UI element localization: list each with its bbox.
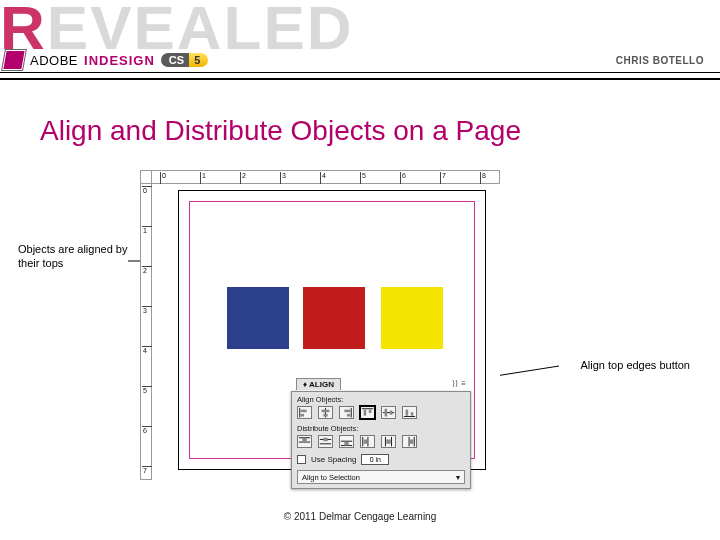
brand-adobe: ADOBE	[30, 53, 78, 68]
red-rectangle[interactable]	[303, 287, 365, 349]
align-left-button[interactable]	[297, 406, 312, 419]
ruler-origin[interactable]	[140, 170, 152, 184]
panel-collapse-icon[interactable]: ⟩⟩	[452, 379, 458, 388]
callout-objects-aligned: Objects are aligned by their tops	[18, 243, 138, 271]
svg-rect-23	[323, 438, 327, 441]
distribute-objects-row	[297, 435, 465, 448]
brand-product: INDESIGN	[84, 53, 155, 68]
svg-rect-1	[301, 410, 307, 413]
distribute-left-button[interactable]	[360, 435, 375, 448]
version-badge: CS 5	[161, 53, 208, 67]
panel-controls: ⟩⟩ ≡	[452, 379, 466, 388]
h-tick-1: 1	[202, 172, 206, 179]
svg-rect-7	[344, 410, 350, 413]
callout-align-top-button: Align top edges button	[581, 359, 690, 373]
indesign-logo-icon	[2, 50, 26, 70]
brand-lockup: ADOBE INDESIGN CS 5	[4, 50, 208, 70]
copyright-footer: © 2011 Delmar Cengage Learning	[0, 511, 720, 522]
svg-rect-4	[322, 410, 330, 413]
svg-rect-26	[344, 442, 348, 445]
align-v-center-button[interactable]	[381, 406, 396, 419]
h-tick-7: 7	[442, 172, 446, 179]
align-objects-label: Align Objects:	[297, 395, 343, 404]
svg-rect-11	[369, 410, 372, 413]
svg-rect-13	[385, 409, 388, 417]
align-panel-tab[interactable]: ♦ ALIGN	[296, 378, 341, 390]
document-page[interactable]: ♦ ALIGN ⟩⟩ ≡ Align Objects: Distribute O…	[178, 190, 486, 470]
align-h-center-button[interactable]	[318, 406, 333, 419]
book-header: REVEALED ADOBE INDESIGN CS 5 CHRIS BOTEL…	[0, 0, 720, 80]
use-spacing-row: Use Spacing 0 in	[297, 454, 465, 465]
align-to-label: Align to Selection	[302, 473, 360, 482]
blue-rectangle[interactable]	[227, 287, 289, 349]
distribute-v-center-button[interactable]	[318, 435, 333, 448]
horizontal-ruler[interactable]: 0 1 2 3 4 5 6 7 8	[152, 170, 500, 184]
svg-rect-8	[347, 414, 350, 417]
svg-rect-20	[302, 438, 306, 441]
use-spacing-label: Use Spacing	[311, 455, 356, 464]
align-top-button[interactable]	[360, 406, 375, 419]
align-panel[interactable]: ♦ ALIGN ⟩⟩ ≡ Align Objects: Distribute O…	[291, 391, 471, 489]
svg-rect-14	[390, 410, 393, 414]
svg-rect-29	[364, 439, 367, 443]
spacing-value-field[interactable]: 0 in	[361, 454, 389, 465]
svg-rect-2	[301, 414, 304, 417]
align-panel-tab-label: ALIGN	[309, 380, 334, 389]
distribute-h-center-button[interactable]	[381, 435, 396, 448]
page-title: Align and Distribute Objects on a Page	[40, 115, 521, 147]
h-tick-5: 5	[362, 172, 366, 179]
panel-menu-icon[interactable]: ≡	[461, 379, 466, 388]
dropdown-chevron-icon: ▾	[456, 473, 460, 482]
yellow-rectangle[interactable]	[381, 287, 443, 349]
vertical-ruler[interactable]: 0 1 2 3 4 5 6 7	[140, 184, 152, 480]
distribute-top-button[interactable]	[297, 435, 312, 448]
distribute-objects-label: Distribute Objects:	[297, 424, 358, 433]
h-tick-6: 6	[402, 172, 406, 179]
align-bottom-button[interactable]	[402, 406, 417, 419]
v-tick-3: 3	[143, 307, 147, 314]
use-spacing-checkbox[interactable]	[297, 455, 306, 464]
badge-version: 5	[189, 53, 208, 67]
align-to-dropdown[interactable]: Align to Selection ▾	[297, 470, 465, 484]
distribute-bottom-button[interactable]	[339, 435, 354, 448]
badge-cs: CS	[161, 53, 189, 67]
v-tick-4: 4	[143, 347, 147, 354]
svg-rect-16	[406, 410, 409, 416]
svg-rect-5	[323, 414, 327, 417]
v-tick-7: 7	[143, 467, 147, 474]
align-right-button[interactable]	[339, 406, 354, 419]
svg-rect-10	[364, 410, 367, 416]
v-tick-1: 1	[143, 227, 147, 234]
h-tick-8: 8	[482, 172, 486, 179]
h-tick-4: 4	[322, 172, 326, 179]
align-objects-row	[297, 406, 465, 419]
v-tick-6: 6	[143, 427, 147, 434]
distribute-right-button[interactable]	[402, 435, 417, 448]
indesign-screenshot: 0 1 2 3 4 5 6 7 8 0 1 2 3 4 5 6 7 ♦ ALIG…	[140, 170, 500, 480]
v-tick-5: 5	[143, 387, 147, 394]
svg-rect-35	[410, 439, 413, 443]
h-tick-3: 3	[282, 172, 286, 179]
v-tick-2: 2	[143, 267, 147, 274]
h-tick-2: 2	[242, 172, 246, 179]
header-rule-thick	[0, 78, 720, 80]
v-tick-0: 0	[143, 187, 147, 194]
author-name: CHRIS BOTELLO	[616, 55, 704, 66]
svg-rect-17	[411, 412, 414, 415]
h-tick-0: 0	[162, 172, 166, 179]
svg-rect-32	[386, 439, 390, 443]
header-rule-thin	[0, 72, 720, 73]
